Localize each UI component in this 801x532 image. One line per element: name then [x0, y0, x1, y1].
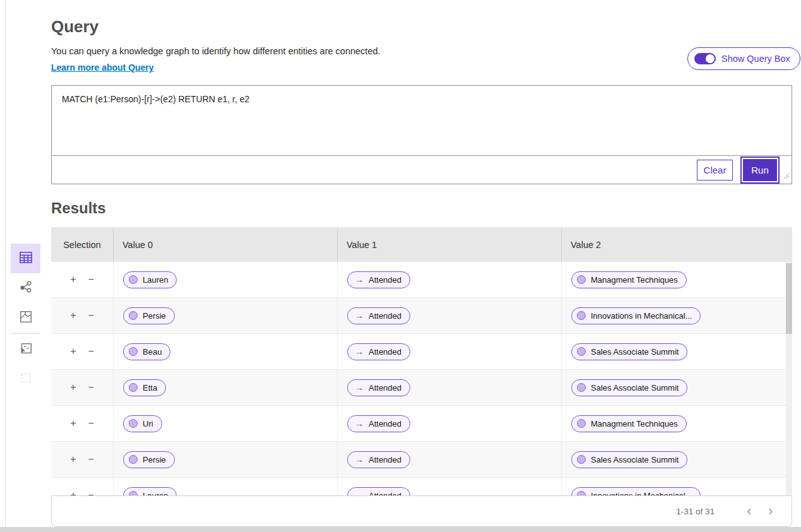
entity-pill[interactable]: Etta	[123, 379, 166, 396]
table-row: + − Lauren → Attended Managment Techniqu…	[51, 262, 792, 298]
arrow-right-icon: →	[355, 275, 364, 284]
add-selection-button[interactable]: +	[70, 310, 76, 321]
table-row: + − Persie → Attended Innovations in Mec…	[51, 298, 792, 334]
new-selection-view-button	[11, 364, 40, 394]
entity-pill[interactable]: Lauren	[123, 487, 177, 496]
table-header-row: Selection Value 0 Value 1 Value 2	[51, 227, 792, 262]
add-selection-button[interactable]: +	[70, 490, 76, 495]
entity-label: Sales Associate Summit	[591, 383, 679, 393]
table-view-button[interactable]	[11, 244, 40, 273]
add-selection-button[interactable]: +	[70, 454, 76, 464]
entity-pill[interactable]: Managment Techniques	[571, 271, 687, 288]
map-select-icon	[19, 341, 33, 358]
entity-pill[interactable]: Sales Associate Summit	[571, 343, 687, 360]
add-selection-button[interactable]: +	[70, 382, 76, 393]
column-header-value2: Value 2	[562, 227, 792, 262]
query-input[interactable]: MATCH (e1:Person)-[r]->(e2) RETURN e1, r…	[52, 86, 792, 156]
relationship-pill[interactable]: → Attended	[347, 343, 410, 360]
value2-cell: Sales Associate Summit	[562, 334, 792, 369]
entity-pill[interactable]: Beau	[123, 343, 170, 360]
value1-cell: → Attended	[338, 298, 562, 333]
selection-cell: + −	[51, 298, 114, 333]
add-selection-button[interactable]: +	[70, 346, 76, 357]
relationship-pill[interactable]: → Attended	[347, 379, 410, 396]
entity-pill[interactable]: Persie	[123, 451, 175, 468]
entity-pill[interactable]: Managment Techniques	[571, 415, 687, 432]
toggle-label: Show Query Box	[721, 54, 790, 64]
relationship-label: Attended	[369, 275, 401, 285]
relationship-pill[interactable]: → Attended	[347, 271, 410, 288]
entity-pill[interactable]: Sales Associate Summit	[571, 451, 687, 468]
dashed-square-icon	[20, 372, 32, 387]
entity-node-icon	[129, 491, 138, 495]
selection-cell: + −	[51, 334, 114, 369]
remove-selection-button[interactable]: −	[88, 490, 94, 495]
toggle-switch-icon[interactable]	[694, 53, 716, 64]
chevron-right-icon[interactable]: ›	[760, 504, 781, 518]
chevron-left-icon[interactable]: ‹	[739, 504, 760, 518]
results-title: Results	[51, 199, 106, 217]
remove-selection-button[interactable]: −	[88, 310, 94, 321]
value0-cell: Persie	[114, 298, 338, 333]
entity-pill[interactable]: Innovations in Mechanical...	[571, 307, 701, 324]
scrollbar-thumb[interactable]	[786, 263, 792, 334]
entity-node-icon	[577, 491, 586, 495]
arrow-right-icon: →	[355, 455, 364, 464]
relationship-pill[interactable]: → Attended	[347, 451, 410, 468]
entity-label: Innovations in Mechanical...	[591, 311, 692, 321]
table-row: + − Beau → Attended Sales Associate Summ…	[51, 334, 792, 370]
entity-pill[interactable]: Innovations in Mechanical...	[571, 487, 701, 496]
value0-cell: Lauren	[114, 262, 338, 297]
entity-pill[interactable]: Lauren	[123, 271, 177, 288]
entity-node-icon	[129, 455, 138, 464]
value2-cell: Sales Associate Summit	[562, 370, 792, 405]
remove-selection-button[interactable]: −	[88, 382, 94, 393]
relationship-pill[interactable]: → Attended	[347, 415, 410, 432]
left-border-rule	[5, 0, 6, 527]
results-table: Selection Value 0 Value 1 Value 2 + − La…	[51, 227, 792, 495]
selection-cell: + −	[51, 406, 114, 441]
entity-node-icon	[577, 275, 586, 284]
entity-label: Lauren	[143, 275, 168, 285]
value0-cell: Etta	[114, 370, 338, 405]
entity-pill[interactable]: Sales Associate Summit	[571, 379, 687, 396]
value1-cell: → Attended	[338, 334, 562, 369]
clear-button[interactable]: Clear	[697, 160, 733, 180]
value0-cell: Uri	[114, 406, 338, 441]
add-selection-button[interactable]: +	[70, 418, 76, 429]
relationship-label: Attended	[369, 383, 401, 393]
resize-handle-icon[interactable]	[782, 170, 790, 182]
table-scrollbar[interactable]	[786, 262, 792, 495]
entity-pill[interactable]: Uri	[123, 415, 162, 432]
add-selection-button[interactable]: +	[70, 275, 76, 285]
learn-more-link[interactable]: Learn more about Query	[51, 62, 154, 73]
entity-pill[interactable]: Persie	[123, 307, 175, 324]
entity-node-icon	[577, 419, 586, 428]
relationship-pill[interactable]: → Attended	[347, 487, 410, 496]
query-editor-panel: MATCH (e1:Person)-[r]->(e2) RETURN e1, r…	[51, 85, 792, 184]
entity-node-icon	[577, 455, 586, 464]
arrow-right-icon: →	[355, 491, 364, 495]
entity-label: Persie	[143, 311, 166, 321]
value2-cell: Innovations in Mechanical...	[562, 298, 792, 333]
entity-label: Etta	[143, 383, 157, 393]
remove-selection-button[interactable]: −	[88, 454, 94, 464]
add-to-map-view-button[interactable]	[11, 334, 40, 364]
remove-selection-button[interactable]: −	[88, 346, 94, 357]
query-description: You can query a knowledge graph to ident…	[51, 46, 381, 56]
value2-cell: Managment Techniques	[562, 406, 792, 441]
graph-view-button[interactable]	[11, 273, 40, 303]
value2-cell: Sales Associate Summit	[562, 442, 792, 477]
table-icon	[19, 251, 33, 266]
arrow-right-icon: →	[355, 419, 364, 428]
show-query-box-toggle[interactable]: Show Query Box	[687, 47, 800, 70]
run-button[interactable]: Run	[743, 159, 777, 181]
value1-cell: → Attended	[338, 370, 562, 405]
value2-cell: Innovations in Mechanical...	[562, 478, 792, 495]
remove-selection-button[interactable]: −	[88, 418, 94, 429]
relationship-pill[interactable]: → Attended	[347, 307, 410, 324]
map-view-button[interactable]	[11, 303, 40, 333]
entity-label: Managment Techniques	[591, 419, 678, 429]
remove-selection-button[interactable]: −	[88, 275, 94, 285]
entity-label: Innovations in Mechanical...	[591, 491, 692, 496]
